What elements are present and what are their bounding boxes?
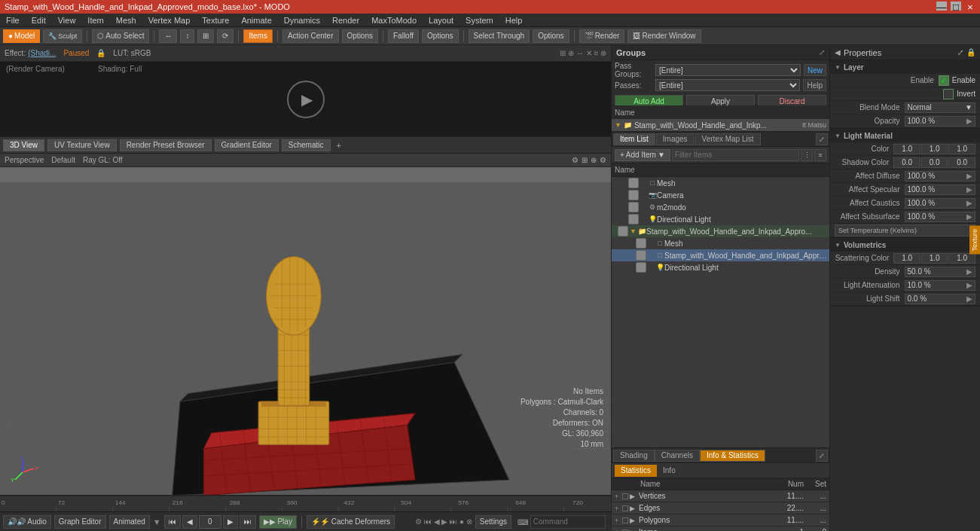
- item-vis-sub-mesh[interactable]: [636, 238, 646, 249]
- animated-btn[interactable]: Animated: [109, 515, 150, 529]
- set-temperature-btn[interactable]: Set Temperature (Kelvins): [835, 224, 975, 237]
- invert-checkbox[interactable]: ✓: [943, 89, 954, 99]
- item-vis-camera[interactable]: [628, 190, 639, 200]
- settings-btn[interactable]: Settings: [475, 515, 511, 529]
- menu-help[interactable]: Help: [502, 16, 526, 25]
- props-back-icon[interactable]: ◀: [835, 48, 841, 56]
- tab-gradient[interactable]: Gradient Editor: [215, 139, 279, 151]
- color-g[interactable]: 1.0: [921, 144, 948, 154]
- items-expand-icon[interactable]: ⤢: [816, 133, 828, 145]
- tab-images[interactable]: Images: [656, 133, 695, 145]
- prev-frame-btn[interactable]: ◀: [182, 515, 197, 529]
- prev-key-btn[interactable]: ⏮: [164, 515, 181, 529]
- affect-specular-value[interactable]: 100.0 %▶: [905, 185, 976, 195]
- blend-mode-dropdown[interactable]: Normal ▼: [905, 102, 976, 113]
- groups-row-0[interactable]: ▼ 📁 Stamp_with_Wood_Handle_and_Inkp... I…: [612, 119, 829, 131]
- item-vis-mesh[interactable]: [628, 178, 639, 188]
- viewport-options-icon[interactable]: ⚙: [600, 156, 606, 164]
- maximize-btn[interactable]: □: [951, 2, 961, 11]
- select-options-btn[interactable]: Options: [533, 29, 569, 43]
- falloff-options-btn[interactable]: Options: [422, 29, 458, 43]
- affect-caustics-value[interactable]: 100.0 %▶: [905, 198, 976, 209]
- render-window-btn[interactable]: 🖼 Render Window: [627, 29, 701, 43]
- tab-render-preset[interactable]: Render Preset Browser: [120, 139, 212, 151]
- affect-diffuse-value[interactable]: 100.0 %▶: [905, 171, 976, 182]
- props-expand-icon[interactable]: ⤢: [957, 48, 963, 56]
- item-row-stamp-mesh[interactable]: □ Stamp_with_Wood_Handle_and_Inkpad_Appr…: [612, 249, 829, 261]
- audio-btn[interactable]: 🔊 🔊 Audio: [3, 515, 51, 529]
- menu-dynamics[interactable]: Dynamics: [281, 16, 323, 25]
- item-row-group[interactable]: ▼ 📁 Stamp_with_Wood_Handle_and_Inkpad_Ap…: [612, 225, 829, 237]
- add-viewport-tab[interactable]: +: [334, 141, 344, 150]
- color-r[interactable]: 1.0: [893, 144, 920, 154]
- menu-item[interactable]: Item: [84, 16, 106, 25]
- action-options-btn[interactable]: Options: [342, 29, 378, 43]
- tab-item-list[interactable]: Item List: [613, 133, 655, 145]
- auto-select-btn[interactable]: ⬡ Auto Select: [92, 29, 149, 43]
- graph-editor-btn[interactable]: Graph Editor: [54, 515, 106, 529]
- menu-edit[interactable]: Edit: [29, 16, 49, 25]
- side-tab[interactable]: Texture: [969, 226, 980, 255]
- layer-section-header[interactable]: ▼ Layer: [830, 60, 980, 74]
- scatter-r[interactable]: 1.0: [893, 253, 920, 264]
- effect-value[interactable]: (Shadi...: [28, 49, 56, 57]
- viewport-settings-icon[interactable]: ⚙: [572, 156, 579, 164]
- item-vis-stamp-mesh[interactable]: [636, 250, 646, 261]
- color-b[interactable]: 1.0: [948, 144, 975, 154]
- item-row-sub-mesh[interactable]: □ Mesh: [612, 237, 829, 249]
- props-lock-icon[interactable]: 🔒: [966, 48, 975, 56]
- command-input[interactable]: [530, 515, 606, 529]
- density-value[interactable]: 50.0 %▶: [905, 267, 976, 277]
- tab-3d-view[interactable]: 3D View: [3, 139, 44, 151]
- scatter-g[interactable]: 1.0: [921, 253, 948, 264]
- select-thru-btn[interactable]: Select Through: [469, 29, 530, 43]
- help-btn[interactable]: Help: [803, 79, 826, 91]
- pass-groups-select[interactable]: [Entire]: [655, 64, 801, 76]
- menu-render[interactable]: Render: [329, 16, 362, 25]
- render-btn[interactable]: 🎬 Render: [579, 29, 625, 43]
- items-settings-btn[interactable]: ≡: [814, 149, 826, 161]
- light-attenuation-value[interactable]: 10.0 %▶: [905, 280, 976, 291]
- stats-row-polygons[interactable]: + ▶ Polygons 11.... ...: [612, 514, 829, 526]
- light-material-header[interactable]: ▼ Light Material: [830, 129, 980, 142]
- next-frame-btn[interactable]: ▶: [223, 515, 238, 529]
- items-icons-btn[interactable]: ⋮: [801, 149, 813, 161]
- tab-schematic[interactable]: Schematic: [282, 139, 331, 151]
- filter-items-input[interactable]: [672, 149, 799, 161]
- frame-input[interactable]: [199, 515, 221, 529]
- menu-vertex-map[interactable]: Vertex Map: [145, 16, 194, 25]
- viewport-zoom-icon[interactable]: ⊕: [591, 156, 597, 164]
- menu-mesh[interactable]: Mesh: [113, 16, 139, 25]
- menu-maxtomodo[interactable]: MaxToModo: [368, 16, 420, 25]
- falloff-btn[interactable]: Falloff: [388, 29, 419, 43]
- mode-sculpt-btn[interactable]: 🔧 Sculpt: [43, 29, 82, 43]
- 3d-viewport[interactable]: No Items Polygons : Catmull-Clark Channe…: [0, 167, 611, 495]
- close-btn[interactable]: ×: [965, 2, 975, 11]
- transform-btn-3[interactable]: ⊞: [197, 29, 214, 43]
- tab-shading[interactable]: Shading: [613, 450, 655, 462]
- opacity-value[interactable]: 100.0 % ▶: [905, 116, 976, 127]
- item-vis-light1[interactable]: [628, 214, 639, 224]
- play-btn[interactable]: ▶ ▶ Play: [259, 515, 297, 529]
- shadow-b[interactable]: 0.0: [948, 157, 975, 168]
- menu-texture[interactable]: Texture: [199, 16, 232, 25]
- tab-channels[interactable]: Channels: [655, 450, 700, 462]
- menu-system[interactable]: System: [463, 16, 496, 25]
- item-vis-group[interactable]: [618, 226, 628, 237]
- add-item-btn[interactable]: + Add Item ▼: [615, 149, 670, 161]
- menu-file[interactable]: File: [3, 16, 23, 25]
- menu-layout[interactable]: Layout: [426, 16, 456, 25]
- item-row-light2[interactable]: 💡 Directional Light: [612, 261, 829, 273]
- timeline-track[interactable]: 0 72 144 216 288 360 432 504 576 648 720: [0, 496, 611, 511]
- new-pass-group-btn[interactable]: New: [804, 64, 826, 76]
- mode-model-btn[interactable]: ● Model: [3, 29, 40, 43]
- tab-vertex-map-list[interactable]: Vertex Map List: [695, 133, 761, 145]
- item-vis-m2modo[interactable]: [628, 202, 639, 212]
- tab-info-stats[interactable]: Info & Statistics: [700, 450, 765, 462]
- stats-row-vertices[interactable]: + ▶ Vertices 11.... ...: [612, 490, 829, 502]
- enable-checkbox[interactable]: ✓: [939, 75, 949, 86]
- items-btn[interactable]: Items: [243, 29, 272, 43]
- shadow-r[interactable]: 0.0: [893, 157, 920, 168]
- action-center-btn[interactable]: Action Center: [282, 29, 339, 43]
- transform-btn-1[interactable]: ↔: [159, 29, 177, 43]
